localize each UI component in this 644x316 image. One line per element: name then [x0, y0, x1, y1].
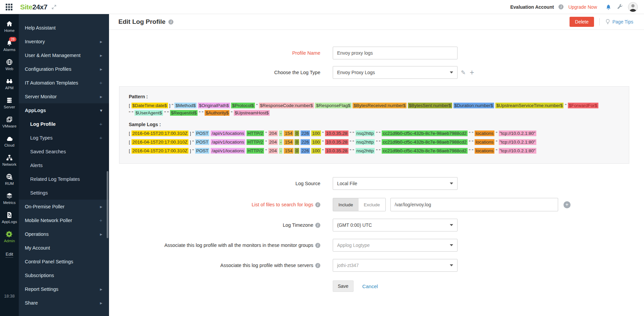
timezone-label-text: Log Timezone [283, 222, 313, 228]
sidebar-item-related-log-templates[interactable]: Related Log Templates [19, 172, 109, 186]
upgrade-now-link[interactable]: Upgrade Now [568, 4, 597, 10]
sidebar-item-label: IT Automation Templates [25, 80, 99, 86]
chevron-right-icon [100, 39, 102, 44]
log-token-chartreuse: 100 [311, 148, 321, 154]
log-token-plain: " [321, 148, 325, 153]
apps-grid-icon[interactable] [5, 3, 13, 11]
profile-name-input[interactable] [333, 47, 458, 59]
timezone-info-icon[interactable] [315, 223, 320, 228]
sidebar-item-it-automation-templates[interactable]: IT Automation Templates [19, 76, 109, 90]
log-line: [ 2016-04-15T20:17:00.310Z ] " POST /api… [129, 129, 620, 138]
expand-icon[interactable] [51, 4, 57, 10]
rail-item-edit[interactable]: Edit [0, 246, 19, 262]
exclude-toggle-option[interactable]: Exclude [359, 198, 385, 211]
sidebar-item-share[interactable]: Share [19, 296, 109, 310]
rail-item-alarms[interactable]: 28Alarms [0, 36, 19, 55]
sidebar-item-help-assistant[interactable]: Help Assistant [19, 21, 109, 35]
log-token-green_l: - [279, 130, 283, 136]
sidebar-item-applogs[interactable]: AppLogs [19, 103, 109, 117]
sidebar-item-report-settings[interactable]: Report Settings [19, 282, 109, 296]
servers-info-icon[interactable] [315, 263, 320, 268]
sidebar-item-alerts[interactable]: Alerts [19, 158, 109, 172]
file-path-input[interactable] [390, 198, 558, 211]
sidebar: Help AssistantInventoryUser & Alert Mana… [19, 14, 109, 316]
log-token-green: HTTP/2 [247, 148, 264, 154]
sidebar-item-on-premise-poller[interactable]: On-Premise Poller [19, 200, 109, 213]
rail-item-label: AppLogs [2, 220, 17, 224]
sidebar-item-operations[interactable]: Operations [19, 227, 109, 241]
sidebar-item-settings[interactable]: Settings [19, 186, 109, 200]
sidebar-item-partial-item[interactable] [19, 310, 109, 316]
sidebar-item-server-monitor[interactable]: Server Monitor [19, 90, 109, 103]
sidebar-item-label: AppLogs [25, 108, 100, 113]
tools-wrench-icon[interactable] [616, 4, 623, 10]
log-token-plain: " [564, 103, 568, 108]
rail-item-rum[interactable]: RUM [0, 170, 19, 189]
header-divider [599, 18, 600, 25]
sidebar-item-saved-searches[interactable]: Saved Searches [19, 145, 109, 158]
page-title: Edit Log Profile [118, 18, 165, 25]
rail-item-home[interactable]: Home [0, 17, 19, 36]
monitor-groups-info-icon[interactable] [315, 243, 320, 248]
page-title-info-icon[interactable] [168, 19, 173, 24]
sidebar-item-log-profile[interactable]: Log Profile [19, 117, 109, 131]
sidebar-item-label: Configuration Profiles [25, 66, 100, 72]
binoculars-icon [6, 77, 13, 85]
timezone-label: Log Timezone [109, 222, 320, 228]
log-source-dropdown[interactable]: Local File [333, 177, 458, 190]
rail-item-network[interactable]: Network [0, 151, 19, 170]
delete-button[interactable]: Delete [570, 17, 594, 27]
save-button[interactable]: Save [333, 280, 354, 292]
log-token-plum: $OriginalPath$ [198, 103, 230, 108]
cancel-link[interactable]: Cancel [362, 283, 378, 289]
timezone-dropdown[interactable]: (GMT 0:00) UTC [333, 219, 458, 231]
rail-item-admin[interactable]: Admin [0, 227, 19, 246]
sidebar-item-control-panel-settings[interactable]: Control Panel Settings [19, 255, 109, 268]
include-toggle-option[interactable]: Include [333, 198, 359, 211]
sidebar-item-label: Share [25, 300, 100, 306]
account-info-icon[interactable] [558, 4, 564, 9]
include-exclude-toggle: Include Exclude [333, 198, 386, 211]
sidebar-item-label: Related Log Templates [30, 176, 102, 182]
log-token-red: 10.0.35.28 [325, 130, 348, 136]
rail-item-label: Admin [4, 239, 15, 243]
rail-item-metrics[interactable]: Metrics [0, 189, 19, 208]
add-file-button[interactable] [564, 201, 571, 208]
sidebar-item-user-alert-management[interactable]: User & Alert Management [19, 48, 109, 62]
log-token-green: cc21d9b0-cf5c-432b-8c7e-98aeb7988cd2 [382, 139, 468, 145]
sidebar-item-label: Saved Searches [30, 149, 102, 154]
site24x7-logo[interactable]: Site24x7 [20, 3, 47, 11]
rail-item-apm[interactable]: APM [0, 74, 19, 93]
sidebar-item-subscriptions[interactable]: Subscriptions [19, 268, 109, 282]
notifications-bell-icon[interactable] [605, 4, 612, 10]
sample-logs-label: Sample Logs : [129, 122, 620, 127]
rail-item-server[interactable]: Server [0, 93, 19, 112]
log-token-green_l: - [279, 148, 283, 154]
globe-icon [6, 58, 13, 66]
chevron-right-icon [100, 287, 102, 292]
log-token-plain: ] " [189, 148, 195, 153]
log-token-plain: " " [375, 131, 382, 136]
sidebar-scrollbar[interactable] [107, 171, 108, 238]
sidebar-item-my-account[interactable]: My Account [19, 241, 109, 255]
monitor-groups-dropdown[interactable]: Applog Logtype [333, 239, 458, 252]
sidebar-item-configuration-profiles[interactable]: Configuration Profiles [19, 62, 109, 76]
page-tips-link[interactable]: Page Tips [612, 19, 633, 24]
sidebar-item-log-types[interactable]: Log Types [19, 131, 109, 145]
rail-item-vmware[interactable]: VMware [0, 112, 19, 131]
sidebar-item-mobile-network-poller[interactable]: Mobile Network Poller [19, 213, 109, 227]
file-list-info-icon[interactable] [315, 202, 320, 207]
log-token-yellow: $DateTime:date$ [131, 103, 168, 108]
rail-item-applogs[interactable]: AppLogs [0, 208, 19, 227]
rail-item-web[interactable]: Web [0, 55, 19, 74]
rail-item-label: APM [5, 86, 14, 90]
log-token-plum: /api/v1/locations [211, 148, 245, 154]
servers-dropdown[interactable]: jothi-zt347 [333, 259, 458, 272]
edit-log-type-pencil-icon[interactable] [461, 69, 466, 76]
log-type-dropdown[interactable]: Envoy Proxy Logs [333, 66, 458, 79]
rail-item-cloud[interactable]: Cloud [0, 131, 19, 151]
add-log-type-icon[interactable] [470, 69, 474, 76]
log-token-plain: " " [468, 148, 475, 153]
sidebar-item-inventory[interactable]: Inventory [19, 35, 109, 48]
user-avatar[interactable] [628, 2, 638, 12]
